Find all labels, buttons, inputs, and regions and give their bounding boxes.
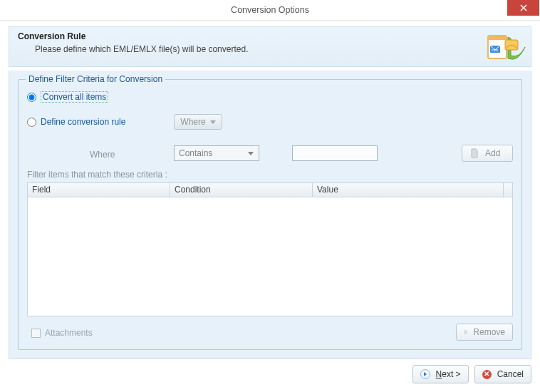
radio-convert-all-input[interactable]	[27, 93, 36, 102]
header-band: Conversion Rule Please define which EML/…	[9, 26, 531, 67]
add-button-label: Add	[485, 148, 500, 158]
condition-combo-value: Contains	[179, 148, 212, 158]
grid-header: Field Condition Value	[28, 183, 512, 197]
checkbox-box-icon	[31, 329, 41, 338]
main-panel: Define Filter Criteria for Conversion Co…	[9, 71, 531, 359]
radio-convert-all-label: Convert all items	[41, 91, 108, 103]
condition-combo[interactable]: Contains	[174, 145, 259, 161]
title-bar: Conversion Options	[0, 0, 540, 21]
chevron-down-icon	[210, 120, 216, 124]
chevron-down-icon	[248, 152, 254, 155]
attachments-checkbox[interactable]: Attachments	[31, 328, 93, 338]
window-title: Conversion Options	[0, 5, 540, 15]
footer: Next > ✕ Cancel	[9, 363, 531, 385]
next-button[interactable]: Next >	[412, 365, 469, 383]
criteria-grid: Field Condition Value	[27, 182, 513, 316]
remove-button-label: Remove	[473, 327, 505, 337]
close-button[interactable]	[507, 0, 539, 16]
radio-define-rule[interactable]: Define conversion rule	[27, 117, 125, 127]
header-subtitle: Please define which EML/EMLX file(s) wil…	[35, 44, 248, 54]
fieldset-legend: Define Filter Criteria for Conversion	[26, 74, 165, 84]
arrow-right-icon	[420, 369, 430, 379]
filter-hint: Filter items that match these criteria :	[27, 170, 167, 180]
close-icon	[520, 4, 527, 11]
svg-rect-1	[488, 36, 507, 40]
dialog-body: Conversion Rule Please define which EML/…	[0, 21, 540, 392]
remove-file-icon	[464, 327, 467, 337]
attachments-label: Attachments	[45, 328, 93, 338]
col-field[interactable]: Field	[28, 183, 170, 197]
where-dropdown-button[interactable]: Where	[174, 114, 222, 130]
col-condition[interactable]: Condition	[170, 183, 313, 197]
where-dropdown-label: Where	[180, 117, 205, 127]
next-button-label: Next >	[436, 369, 461, 379]
filter-criteria-fieldset: Define Filter Criteria for Conversion Co…	[18, 79, 522, 350]
radio-define-rule-label: Define conversion rule	[41, 117, 125, 127]
value-input[interactable]	[292, 145, 378, 161]
header-title: Conversion Rule	[18, 31, 85, 41]
radio-define-rule-input[interactable]	[27, 118, 36, 127]
col-value[interactable]: Value	[313, 183, 504, 197]
cancel-icon: ✕	[482, 370, 492, 379]
col-spacer	[504, 183, 512, 197]
remove-button[interactable]: Remove	[456, 324, 513, 341]
cancel-button-label: Cancel	[497, 369, 524, 379]
cancel-button[interactable]: ✕ Cancel	[474, 365, 531, 383]
conversion-icon: EML	[487, 30, 526, 64]
radio-convert-all[interactable]: Convert all items	[27, 91, 108, 103]
add-button[interactable]: Add	[462, 145, 513, 162]
where-label: Where	[90, 150, 115, 160]
add-file-icon	[469, 148, 479, 158]
